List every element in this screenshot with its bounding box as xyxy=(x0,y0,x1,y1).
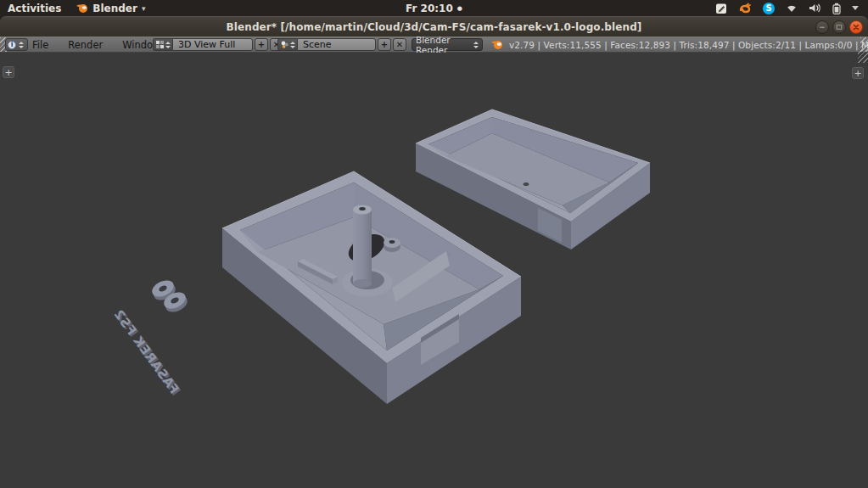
note-editor-icon[interactable] xyxy=(715,3,727,14)
app-menu[interactable]: Blender ▾ xyxy=(76,3,145,14)
add-layout-button[interactable]: + xyxy=(255,38,268,51)
lid-floor-hole[interactable] xyxy=(524,182,529,186)
scene-statistics: v2.79 | Verts:11,555 | Faces:12,893 | Tr… xyxy=(509,36,868,53)
screen-layout-browse-button[interactable] xyxy=(153,38,172,51)
desktop-screen: Activities Blender ▾ Fr 20:10 ● xyxy=(0,0,868,488)
skype-icon[interactable]: S xyxy=(763,3,775,14)
notification-dot-icon: ● xyxy=(457,5,462,12)
blender-info-header: i File Render Window Help 3D View Full +… xyxy=(0,36,868,53)
editor-type-selector[interactable]: i xyxy=(5,38,28,51)
menu-render[interactable]: Render xyxy=(68,39,103,51)
mounting-boss-small[interactable] xyxy=(384,238,400,252)
editor-type-stepper xyxy=(19,42,24,48)
layout-stepper xyxy=(165,42,171,48)
app-menu-label: Blender xyxy=(92,3,137,14)
activities-button[interactable]: Activities xyxy=(8,3,61,14)
close-button[interactable] xyxy=(849,20,863,34)
render-engine-select[interactable]: Blender Render xyxy=(412,38,483,51)
skype-letter: S xyxy=(765,4,771,13)
delete-scene-button[interactable]: ✕ xyxy=(393,38,406,51)
screen-layout-selector: 3D View Full + ✕ xyxy=(153,38,283,51)
menu-file[interactable]: File xyxy=(32,39,48,51)
expand-properties-panel-button[interactable]: + xyxy=(852,67,864,79)
engine-stepper xyxy=(473,42,479,48)
maximize-button[interactable] xyxy=(832,20,846,34)
render-engine-value: Blender Render xyxy=(416,35,471,55)
session-menu-caret-icon[interactable] xyxy=(852,6,860,11)
system-tray: S xyxy=(715,0,860,16)
center-post-cylinder[interactable] xyxy=(353,205,372,289)
scene-render: FASAREK FS2 FASAREK FS2 xyxy=(0,53,868,488)
blender-logo-icon xyxy=(491,39,504,53)
clock-label: Fr 20:10 xyxy=(406,3,453,14)
info-editor-icon: i xyxy=(8,41,16,49)
volume-icon[interactable] xyxy=(809,3,821,14)
scene-icon xyxy=(281,41,288,48)
window-title-bar[interactable]: Blender* [/home/martin/Cloud/3d/Cam-FS/c… xyxy=(0,16,868,36)
wifi-icon[interactable] xyxy=(786,3,798,14)
screen-layout-name-field[interactable]: 3D View Full xyxy=(172,38,253,51)
model-enclosure-lid[interactable] xyxy=(416,109,650,250)
window-title: Blender* [/home/martin/Cloud/3d/Cam-FS/c… xyxy=(227,21,642,33)
model-enclosure-base[interactable] xyxy=(222,171,521,404)
app-indicator-icon[interactable] xyxy=(738,3,752,14)
blender-logo-icon xyxy=(76,3,88,14)
minimize-button[interactable] xyxy=(815,20,829,34)
ubuntu-top-bar: Activities Blender ▾ Fr 20:10 ● xyxy=(0,0,868,16)
logo-text-face: FASAREK FS2 xyxy=(110,306,182,396)
expand-tool-shelf-button[interactable]: + xyxy=(3,66,14,78)
scene-name-field[interactable]: Scene xyxy=(297,38,376,51)
scene-browse-button[interactable] xyxy=(277,38,297,51)
scene-stepper xyxy=(290,42,295,48)
scene-selector: Scene + ✕ xyxy=(277,38,406,51)
layout-icon xyxy=(156,41,164,48)
battery-icon[interactable] xyxy=(832,3,841,14)
viewport-3d[interactable]: FASAREK FS2 FASAREK FS2 + + xyxy=(0,53,868,488)
model-logo-text[interactable]: FASAREK FS2 FASAREK FS2 xyxy=(110,306,183,398)
chevron-down-icon: ▾ xyxy=(142,4,146,13)
add-scene-button[interactable]: + xyxy=(378,38,391,51)
